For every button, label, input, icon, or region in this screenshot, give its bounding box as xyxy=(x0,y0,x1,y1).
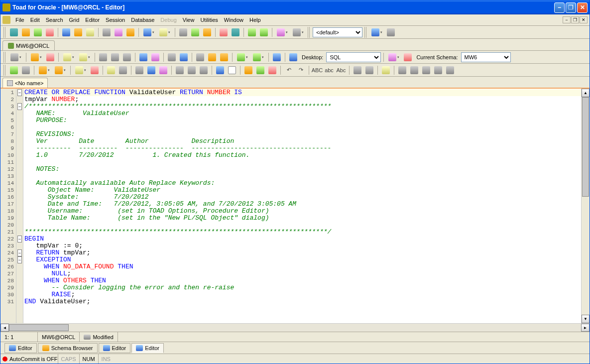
bind-vars-button[interactable] xyxy=(158,65,169,76)
upload-button[interactable] xyxy=(246,27,257,38)
rebuild-button[interactable] xyxy=(101,27,112,38)
goto-button[interactable] xyxy=(271,52,282,63)
bottom-tab-editor-3[interactable]: Editor xyxy=(131,343,164,353)
menu-utilities[interactable]: Utilities xyxy=(197,16,221,24)
toolbar-grip[interactable] xyxy=(364,27,367,38)
sql-recall-button[interactable] xyxy=(138,52,149,63)
bottom-tab-schema-browser-1[interactable]: Schema Browser xyxy=(38,343,98,353)
undo-button[interactable]: ↶ xyxy=(283,65,294,76)
menu-session[interactable]: Session xyxy=(103,16,128,24)
bookmark5-button[interactable] xyxy=(445,65,456,76)
new-doc-button[interactable] xyxy=(215,65,226,76)
download-button[interactable] xyxy=(258,27,269,38)
query-builder-button[interactable] xyxy=(113,27,124,38)
mdi-minimize-button[interactable]: − xyxy=(563,16,571,23)
cut-button[interactable] xyxy=(174,65,185,76)
fold-toggle[interactable]: − xyxy=(17,89,22,96)
profile-button[interactable] xyxy=(146,65,157,76)
automation-button[interactable] xyxy=(190,27,201,38)
fold-toggle[interactable]: − xyxy=(17,256,22,263)
fold-toggle[interactable]: − xyxy=(17,249,22,256)
save-button[interactable] xyxy=(98,52,109,63)
code-editor[interactable]: 1234567891011121314151617181920212223242… xyxy=(0,88,590,323)
menu-view[interactable]: View xyxy=(180,16,198,24)
compile-button[interactable] xyxy=(37,65,52,76)
execute-snippet-button[interactable] xyxy=(118,65,128,76)
fold-toggle[interactable]: − xyxy=(17,236,22,243)
scroll-right-button[interactable]: ► xyxy=(581,324,590,332)
bottom-tab-editor-2[interactable]: Editor xyxy=(99,343,131,353)
code-area[interactable]: CREATE OR REPLACE FUNCTION ValidateUser … xyxy=(23,89,581,323)
describe-button[interactable] xyxy=(178,52,189,63)
save-all-button[interactable] xyxy=(110,52,120,63)
bookmark1-button[interactable] xyxy=(397,65,408,76)
bookmark2-button[interactable] xyxy=(409,65,420,76)
schema-combo[interactable]: MW6 xyxy=(461,52,511,62)
menu-edit[interactable]: Edit xyxy=(27,16,43,24)
end-connection-button[interactable] xyxy=(20,27,31,38)
indent-button[interactable] xyxy=(352,65,363,76)
menu-help[interactable]: Help xyxy=(246,16,264,24)
execute-button[interactable] xyxy=(8,65,19,76)
new-tab-button[interactable] xyxy=(8,52,23,63)
default-combo[interactable]: <default> xyxy=(313,27,362,37)
compile-deps-button[interactable] xyxy=(53,65,68,76)
fold-toggle[interactable]: − xyxy=(17,103,22,110)
schema-sync-button[interactable] xyxy=(386,52,401,63)
menu-search[interactable]: Search xyxy=(43,16,66,24)
new-connection-button[interactable] xyxy=(8,27,19,38)
scroll-up-button[interactable]: ▲ xyxy=(582,89,590,97)
team-button[interactable] xyxy=(369,27,384,38)
close-button[interactable] xyxy=(577,2,588,13)
connection-tab[interactable]: MW6@ORCL xyxy=(2,40,55,50)
trace-button[interactable] xyxy=(134,65,145,76)
nav-fwd-button[interactable] xyxy=(251,52,266,63)
run-script-button[interactable] xyxy=(106,65,117,76)
open-button[interactable] xyxy=(61,52,76,63)
cancel-button[interactable] xyxy=(402,52,413,63)
export-button[interactable] xyxy=(218,27,229,38)
reports-button[interactable] xyxy=(157,27,172,38)
uncomment-button[interactable] xyxy=(267,65,278,76)
document-tab[interactable]: <No name> xyxy=(2,78,48,88)
next-result-button[interactable] xyxy=(380,65,391,76)
bookmark3-button[interactable] xyxy=(421,65,432,76)
sql-editor-button[interactable] xyxy=(61,27,72,38)
session-browser-button[interactable] xyxy=(125,27,136,38)
rollback-button[interactable] xyxy=(44,27,55,38)
scroll-down-button[interactable]: ▼ xyxy=(582,315,590,323)
close-tab-button[interactable] xyxy=(45,52,56,63)
import-button[interactable] xyxy=(230,27,241,38)
copy-button[interactable] xyxy=(186,65,197,76)
redo-button[interactable]: ↷ xyxy=(295,65,306,76)
desktop-button[interactable] xyxy=(288,52,299,63)
commit-button[interactable] xyxy=(32,27,43,38)
open-recent-button[interactable] xyxy=(77,52,92,63)
horizontal-scrollbar[interactable]: ◄ ► xyxy=(0,323,590,332)
menu-editor[interactable]: Editor xyxy=(82,16,103,24)
menu-file[interactable]: File xyxy=(12,16,27,24)
hscroll-thumb[interactable] xyxy=(9,324,69,331)
compare-button[interactable] xyxy=(202,27,213,38)
proc-editor-button[interactable] xyxy=(85,27,96,38)
grid-button[interactable] xyxy=(195,52,206,63)
toolbar-grip[interactable] xyxy=(3,65,6,76)
schema-browser-button[interactable] xyxy=(73,27,84,38)
execute-script-button[interactable] xyxy=(20,65,31,76)
nav-back-button[interactable] xyxy=(235,52,250,63)
find-button[interactable] xyxy=(275,27,290,38)
mdi-close-button[interactable]: ✕ xyxy=(580,16,588,23)
named-sql-button[interactable] xyxy=(150,52,161,63)
menu-window[interactable]: Window xyxy=(221,16,246,24)
toolbar-grip[interactable] xyxy=(308,27,311,38)
minimize-button[interactable] xyxy=(554,2,565,13)
maximize-button[interactable] xyxy=(566,2,576,13)
initcap-button[interactable]: Abc xyxy=(336,65,347,76)
paste-button[interactable] xyxy=(198,65,209,76)
mdi-restore-button[interactable]: ❐ xyxy=(571,16,579,23)
outdent-button[interactable] xyxy=(364,65,375,76)
script-manager-button[interactable] xyxy=(178,27,189,38)
desktop-combo[interactable]: SQL xyxy=(326,52,381,62)
toolbar-grip[interactable] xyxy=(3,52,6,63)
menu-grid[interactable]: Grid xyxy=(66,16,83,24)
